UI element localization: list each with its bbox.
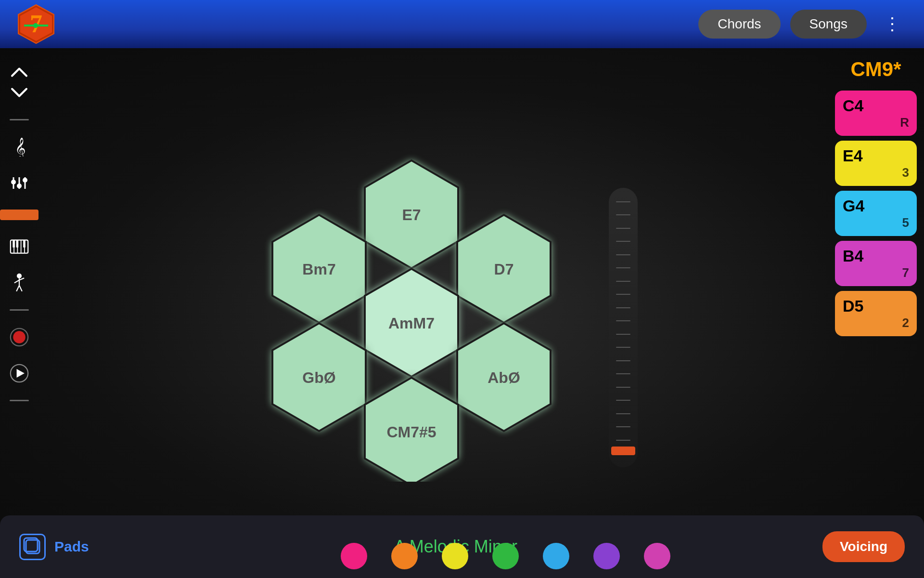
hex-gbo[interactable]: GbØ — [272, 323, 366, 431]
chevron-up-icon[interactable] — [10, 63, 29, 82]
svg-text:Bm7: Bm7 — [302, 261, 335, 278]
pads-label: Pads — [54, 539, 89, 555]
svg-point-27 — [13, 331, 25, 343]
note-name-g4: G4 — [843, 197, 864, 215]
svg-text:E7: E7 — [402, 206, 421, 223]
svg-line-23 — [19, 278, 24, 280]
songs-nav-button[interactable]: Songs — [790, 10, 867, 39]
left-sidebar: 𝄞 — [0, 48, 38, 578]
svg-point-4 — [33, 23, 38, 28]
hex-d7[interactable]: D7 — [457, 215, 551, 323]
svg-line-24 — [16, 285, 19, 291]
color-dot-orange[interactable] — [391, 543, 418, 569]
color-dot-yellow[interactable] — [442, 543, 468, 569]
svg-text:𝄞: 𝄞 — [15, 137, 26, 157]
color-dot-group — [106, 543, 905, 569]
hex-amm7[interactable]: AmM7 — [365, 269, 458, 377]
svg-rect-17 — [13, 240, 15, 247]
divider-line-3 — [10, 400, 29, 401]
note-name-b4: B4 — [843, 247, 863, 265]
header: 7 Chords Songs ⋮ — [0, 0, 924, 48]
svg-point-7 — [11, 180, 16, 184]
note-role-b4: 7 — [902, 265, 909, 280]
chevron-down-icon[interactable] — [10, 83, 29, 102]
hex-bm7[interactable]: Bm7 — [272, 215, 366, 323]
note-role-e4: 3 — [902, 165, 909, 180]
note-name-c4: C4 — [843, 96, 863, 115]
svg-point-9 — [17, 184, 22, 188]
hex-e7[interactable]: E7 — [365, 160, 458, 268]
piano-icon[interactable] — [10, 237, 29, 256]
divider-line-1 — [10, 119, 29, 120]
color-dot-purple[interactable] — [593, 543, 620, 569]
pads-icon — [19, 534, 46, 560]
volume-slider[interactable] — [609, 188, 638, 467]
color-dot-pink[interactable] — [341, 543, 367, 569]
note-role-c4: R — [900, 115, 909, 130]
chord-note-b4[interactable]: B4 7 — [835, 241, 917, 286]
current-chord-title: CM9* — [835, 58, 917, 81]
svg-text:AmM7: AmM7 — [388, 315, 435, 332]
svg-point-11 — [23, 178, 27, 183]
note-name-e4: E4 — [843, 146, 863, 165]
more-menu-icon[interactable]: ⋮ — [876, 14, 910, 34]
right-chord-panel: CM9* C4 R E4 3 G4 5 B4 7 D5 2 — [828, 48, 924, 578]
svg-text:D7: D7 — [494, 261, 514, 278]
svg-line-22 — [14, 280, 19, 283]
chord-note-c4[interactable]: C4 R — [835, 91, 917, 136]
volume-slider-container — [609, 188, 638, 467]
chord-note-e4[interactable]: E4 3 — [835, 141, 917, 186]
svg-marker-29 — [17, 369, 25, 378]
pads-button-container[interactable]: Pads — [19, 534, 89, 560]
svg-text:CM7#5: CM7#5 — [386, 423, 436, 441]
hex-grid: E7 Bm7 D7 AmM7 GbØ — [229, 144, 594, 482]
center-area: E7 Bm7 D7 AmM7 GbØ — [38, 48, 828, 578]
color-dot-cyan[interactable] — [543, 543, 569, 569]
color-dot-green[interactable] — [492, 543, 519, 569]
svg-rect-18 — [16, 240, 19, 247]
active-mode-indicator — [0, 210, 38, 220]
slider-handle[interactable] — [611, 447, 635, 455]
color-dot-magenta[interactable] — [644, 543, 670, 569]
hex-abo[interactable]: AbØ — [457, 323, 551, 431]
app-logo[interactable]: 7 — [14, 2, 58, 46]
svg-text:AbØ: AbØ — [488, 369, 520, 386]
header-nav: Chords Songs ⋮ — [698, 10, 910, 39]
main-area: 𝄞 — [0, 48, 924, 578]
play-button[interactable] — [10, 364, 29, 383]
chord-note-d5[interactable]: D5 2 — [835, 291, 917, 336]
svg-line-25 — [19, 285, 22, 291]
hex-cm7s5[interactable]: CM7#5 — [365, 378, 458, 482]
svg-rect-19 — [23, 240, 26, 247]
svg-text:GbØ: GbØ — [302, 369, 335, 386]
chords-nav-button[interactable]: Chords — [698, 10, 780, 39]
mixer-icon[interactable] — [10, 173, 29, 193]
note-name-d5: D5 — [843, 297, 863, 315]
divider-line-2 — [10, 309, 29, 311]
note-role-g4: 5 — [902, 215, 909, 230]
clef-icon[interactable]: 𝄞 — [10, 137, 29, 157]
svg-point-20 — [17, 274, 22, 278]
conductor-icon[interactable] — [10, 273, 29, 292]
scroll-controls[interactable] — [10, 63, 29, 102]
chord-note-g4[interactable]: G4 5 — [835, 191, 917, 236]
note-role-d5: 2 — [902, 315, 909, 330]
record-button[interactable] — [10, 328, 29, 347]
